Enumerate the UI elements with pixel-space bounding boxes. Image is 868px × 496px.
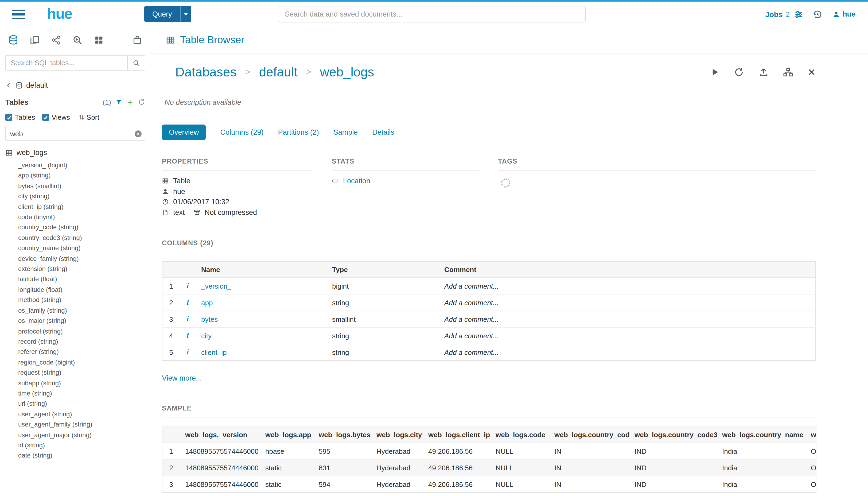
sidebar-column-item[interactable]: app (string) — [18, 171, 145, 181]
sidebar-column-item[interactable]: time (string) — [18, 389, 145, 399]
sql-table-search-input[interactable] — [6, 56, 127, 70]
tab-partitions[interactable]: Partitions (2) — [278, 128, 319, 136]
breadcrumb-database[interactable]: default — [259, 65, 297, 80]
sort-arrows-icon[interactable] — [78, 114, 85, 121]
sample-cell: India — [717, 460, 805, 476]
clock-icon — [162, 199, 169, 205]
sitemap-icon[interactable] — [783, 67, 793, 78]
breadcrumb-table[interactable]: web_logs — [320, 65, 374, 80]
clear-filter-icon[interactable] — [135, 130, 142, 137]
tables-checkbox-label[interactable]: Tables — [15, 113, 35, 121]
tables-checkbox[interactable] — [5, 114, 12, 121]
info-icon[interactable] — [187, 331, 189, 339]
sample-row: 3 1480895575574446000 static 594 Hyderab… — [162, 476, 816, 493]
sidebar-column-item[interactable]: bytes (smallint) — [18, 181, 145, 191]
sidebar-column-item[interactable]: record (string) — [18, 337, 145, 347]
app-header: Table Browser — [151, 27, 868, 53]
sort-label[interactable]: Sort — [86, 113, 99, 121]
column-name-link[interactable]: client_ip — [201, 348, 226, 356]
refresh-tables-icon[interactable] — [138, 98, 145, 106]
sidebar-column-item[interactable]: user_agent_family (string) — [18, 420, 145, 430]
sql-databases-icon[interactable] — [8, 35, 19, 45]
jobs-link[interactable]: Jobs — [765, 10, 783, 18]
upload-icon[interactable] — [758, 67, 769, 78]
sql-table-search-button[interactable] — [127, 56, 145, 70]
add-comment-field[interactable]: Add a comment... — [439, 278, 816, 294]
add-comment-field[interactable]: Add a comment... — [439, 311, 816, 327]
sidebar-column-item[interactable]: country_name (string) — [18, 244, 145, 254]
sidebar-column-item[interactable]: country_code3 (string) — [18, 233, 145, 244]
query-play-icon[interactable] — [710, 67, 720, 77]
sidebar-column-item[interactable]: subapp (string) — [18, 378, 145, 389]
column-name-link[interactable]: city — [201, 332, 211, 340]
sidebar-column-item[interactable]: extension (string) — [18, 264, 145, 275]
sidebar-column-item[interactable]: id (string) — [18, 440, 145, 451]
user-menu[interactable]: hue — [833, 10, 855, 18]
current-database-label[interactable]: default — [26, 81, 48, 89]
close-icon[interactable] — [807, 68, 816, 76]
bag-icon[interactable] — [132, 35, 143, 45]
main-panel: Table Browser Databases > default > web_… — [151, 27, 868, 496]
file-icon — [162, 209, 169, 216]
sidebar-column-item[interactable]: date (string) — [18, 451, 145, 461]
sidebar-column-item[interactable]: method (string) — [18, 295, 145, 306]
sidebar-column-item[interactable]: os_major (string) — [18, 316, 145, 326]
share-nodes-icon[interactable] — [51, 35, 61, 45]
view-more-link[interactable]: View more... — [162, 374, 202, 382]
sidebar-column-item[interactable]: device_family (string) — [18, 253, 145, 264]
sidebar-column-item[interactable]: user_agent (string) — [18, 409, 145, 420]
views-checkbox[interactable] — [42, 114, 49, 121]
hamburger-menu-icon[interactable] — [12, 10, 25, 19]
query-dropdown-toggle[interactable] — [180, 6, 191, 22]
history-icon[interactable] — [812, 9, 823, 19]
chevron-left-icon[interactable] — [5, 82, 12, 89]
sidebar-column-item[interactable]: country_code (string) — [18, 222, 145, 233]
sidebar-column-item[interactable]: longitude (float) — [18, 285, 145, 295]
add-comment-field[interactable]: Add a comment... — [439, 294, 816, 311]
info-icon[interactable] — [187, 348, 189, 356]
column-name-link[interactable]: app — [201, 298, 213, 307]
filter-funnel-icon[interactable] — [115, 98, 122, 106]
sidebar-column-item[interactable]: referer (string) — [18, 347, 145, 358]
add-table-icon[interactable] — [127, 98, 133, 106]
sidebar-column-item[interactable]: client_ip (string) — [18, 202, 145, 212]
table-list-item[interactable]: web_logs — [5, 149, 145, 157]
info-icon[interactable] — [187, 282, 189, 290]
column-type: string — [327, 327, 439, 344]
sidebar-column-item[interactable]: protocol (string) — [18, 326, 145, 337]
column-name-link[interactable]: bytes — [201, 315, 218, 323]
apps-grid-icon[interactable] — [94, 35, 104, 45]
table-description[interactable]: No description available — [164, 98, 816, 106]
add-comment-field[interactable]: Add a comment... — [439, 327, 816, 344]
sidebar-column-item[interactable]: latitude (float) — [18, 275, 145, 285]
tab-columns[interactable]: Columns (29) — [220, 128, 264, 136]
views-checkbox-label[interactable]: Views — [51, 113, 70, 121]
add-comment-field[interactable]: Add a comment... — [439, 344, 816, 360]
column-name-link[interactable]: _version_ — [201, 282, 231, 290]
query-button[interactable]: Query — [144, 6, 180, 22]
table-name-filter-input[interactable] — [5, 127, 145, 141]
documents-copy-icon[interactable] — [29, 35, 40, 45]
sidebar-column-item[interactable]: _version_ (bigint) — [18, 160, 145, 171]
sidebar-column-item[interactable]: request (string) — [18, 368, 145, 378]
sidebar-column-item[interactable]: city (string) — [18, 191, 145, 202]
refresh-icon[interactable] — [733, 67, 744, 78]
sidebar-column-item[interactable]: region_code (bigint) — [18, 357, 145, 368]
sample-cell: IN — [549, 460, 629, 476]
column-type: string — [327, 344, 439, 360]
location-link[interactable]: Location — [343, 177, 370, 185]
sliders-icon[interactable] — [794, 9, 804, 19]
sidebar-column-item[interactable]: user_agent_major (string) — [18, 430, 145, 440]
zoom-in-icon[interactable] — [72, 35, 83, 45]
info-icon[interactable] — [187, 315, 189, 323]
tab-overview[interactable]: Overview — [162, 125, 206, 140]
sidebar-column-item[interactable]: url (string) — [18, 399, 145, 409]
sidebar-column-item[interactable]: code (tinyint) — [18, 212, 145, 222]
tab-sample[interactable]: Sample — [333, 128, 358, 136]
hue-logo[interactable]: hue — [47, 5, 72, 22]
tab-details[interactable]: Details — [372, 128, 394, 136]
global-search-input[interactable] — [278, 6, 586, 22]
info-icon[interactable] — [187, 298, 189, 306]
sidebar-column-item[interactable]: os_family (string) — [18, 306, 145, 316]
breadcrumb-databases[interactable]: Databases — [175, 65, 237, 80]
